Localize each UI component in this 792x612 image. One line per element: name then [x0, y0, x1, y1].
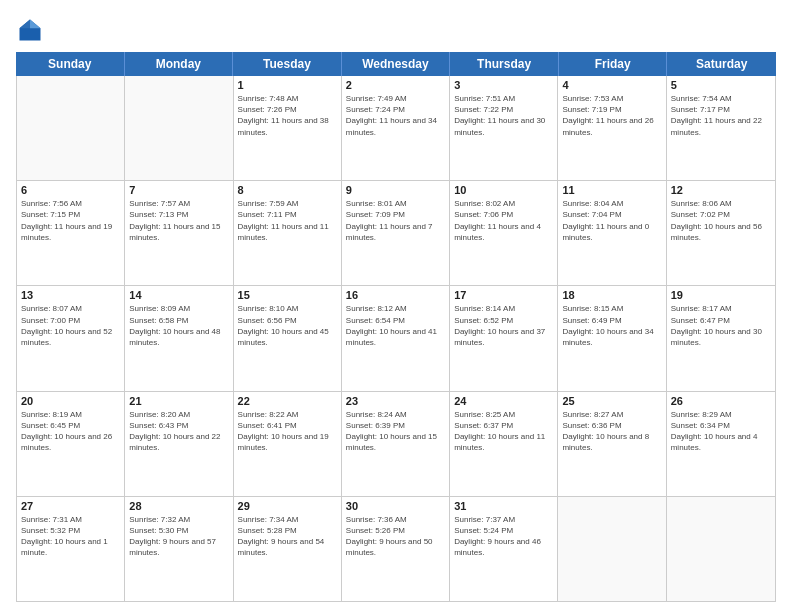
- day-number: 11: [562, 184, 661, 196]
- day-info: Sunrise: 7:51 AMSunset: 7:22 PMDaylight:…: [454, 93, 553, 138]
- day-info: Sunrise: 7:37 AMSunset: 5:24 PMDaylight:…: [454, 514, 553, 559]
- day-number: 21: [129, 395, 228, 407]
- calendar-week-5: 27Sunrise: 7:31 AMSunset: 5:32 PMDayligh…: [17, 497, 775, 601]
- day-info: Sunrise: 7:36 AMSunset: 5:26 PMDaylight:…: [346, 514, 445, 559]
- day-number: 14: [129, 289, 228, 301]
- day-info: Sunrise: 7:53 AMSunset: 7:19 PMDaylight:…: [562, 93, 661, 138]
- calendar-cell: 13Sunrise: 8:07 AMSunset: 7:00 PMDayligh…: [17, 286, 125, 390]
- calendar-week-2: 6Sunrise: 7:56 AMSunset: 7:15 PMDaylight…: [17, 181, 775, 286]
- header-day-tuesday: Tuesday: [233, 52, 342, 76]
- page: SundayMondayTuesdayWednesdayThursdayFrid…: [0, 0, 792, 612]
- day-info: Sunrise: 8:07 AMSunset: 7:00 PMDaylight:…: [21, 303, 120, 348]
- logo-icon: [16, 16, 44, 44]
- header-day-wednesday: Wednesday: [342, 52, 451, 76]
- calendar-cell: [558, 497, 666, 601]
- day-number: 27: [21, 500, 120, 512]
- day-number: 24: [454, 395, 553, 407]
- day-number: 2: [346, 79, 445, 91]
- day-info: Sunrise: 8:02 AMSunset: 7:06 PMDaylight:…: [454, 198, 553, 243]
- day-number: 23: [346, 395, 445, 407]
- calendar-cell: 19Sunrise: 8:17 AMSunset: 6:47 PMDayligh…: [667, 286, 775, 390]
- calendar-cell: 31Sunrise: 7:37 AMSunset: 5:24 PMDayligh…: [450, 497, 558, 601]
- day-info: Sunrise: 7:56 AMSunset: 7:15 PMDaylight:…: [21, 198, 120, 243]
- day-number: 22: [238, 395, 337, 407]
- day-number: 9: [346, 184, 445, 196]
- calendar-cell: 4Sunrise: 7:53 AMSunset: 7:19 PMDaylight…: [558, 76, 666, 180]
- header: [16, 16, 776, 44]
- calendar-cell: 30Sunrise: 7:36 AMSunset: 5:26 PMDayligh…: [342, 497, 450, 601]
- day-number: 25: [562, 395, 661, 407]
- calendar-cell: 22Sunrise: 8:22 AMSunset: 6:41 PMDayligh…: [234, 392, 342, 496]
- day-info: Sunrise: 7:32 AMSunset: 5:30 PMDaylight:…: [129, 514, 228, 559]
- calendar-cell: 1Sunrise: 7:48 AMSunset: 7:26 PMDaylight…: [234, 76, 342, 180]
- day-info: Sunrise: 8:24 AMSunset: 6:39 PMDaylight:…: [346, 409, 445, 454]
- calendar-cell: [125, 76, 233, 180]
- day-number: 29: [238, 500, 337, 512]
- day-number: 13: [21, 289, 120, 301]
- day-number: 20: [21, 395, 120, 407]
- calendar-cell: 27Sunrise: 7:31 AMSunset: 5:32 PMDayligh…: [17, 497, 125, 601]
- calendar-week-1: 1Sunrise: 7:48 AMSunset: 7:26 PMDaylight…: [17, 76, 775, 181]
- calendar-header-row: SundayMondayTuesdayWednesdayThursdayFrid…: [16, 52, 776, 76]
- calendar: SundayMondayTuesdayWednesdayThursdayFrid…: [16, 52, 776, 602]
- day-info: Sunrise: 8:12 AMSunset: 6:54 PMDaylight:…: [346, 303, 445, 348]
- day-number: 31: [454, 500, 553, 512]
- day-info: Sunrise: 8:29 AMSunset: 6:34 PMDaylight:…: [671, 409, 771, 454]
- day-number: 5: [671, 79, 771, 91]
- day-info: Sunrise: 7:49 AMSunset: 7:24 PMDaylight:…: [346, 93, 445, 138]
- calendar-cell: 20Sunrise: 8:19 AMSunset: 6:45 PMDayligh…: [17, 392, 125, 496]
- day-info: Sunrise: 8:27 AMSunset: 6:36 PMDaylight:…: [562, 409, 661, 454]
- calendar-week-4: 20Sunrise: 8:19 AMSunset: 6:45 PMDayligh…: [17, 392, 775, 497]
- calendar-cell: 24Sunrise: 8:25 AMSunset: 6:37 PMDayligh…: [450, 392, 558, 496]
- calendar-cell: 21Sunrise: 8:20 AMSunset: 6:43 PMDayligh…: [125, 392, 233, 496]
- day-number: 8: [238, 184, 337, 196]
- header-day-friday: Friday: [559, 52, 668, 76]
- calendar-cell: 3Sunrise: 7:51 AMSunset: 7:22 PMDaylight…: [450, 76, 558, 180]
- day-number: 16: [346, 289, 445, 301]
- day-info: Sunrise: 8:09 AMSunset: 6:58 PMDaylight:…: [129, 303, 228, 348]
- calendar-cell: 15Sunrise: 8:10 AMSunset: 6:56 PMDayligh…: [234, 286, 342, 390]
- day-info: Sunrise: 8:20 AMSunset: 6:43 PMDaylight:…: [129, 409, 228, 454]
- day-info: Sunrise: 8:14 AMSunset: 6:52 PMDaylight:…: [454, 303, 553, 348]
- calendar-cell: 6Sunrise: 7:56 AMSunset: 7:15 PMDaylight…: [17, 181, 125, 285]
- calendar-cell: 29Sunrise: 7:34 AMSunset: 5:28 PMDayligh…: [234, 497, 342, 601]
- calendar-cell: 25Sunrise: 8:27 AMSunset: 6:36 PMDayligh…: [558, 392, 666, 496]
- day-info: Sunrise: 8:25 AMSunset: 6:37 PMDaylight:…: [454, 409, 553, 454]
- header-day-sunday: Sunday: [16, 52, 125, 76]
- day-number: 6: [21, 184, 120, 196]
- calendar-cell: 5Sunrise: 7:54 AMSunset: 7:17 PMDaylight…: [667, 76, 775, 180]
- header-day-saturday: Saturday: [667, 52, 776, 76]
- calendar-cell: 26Sunrise: 8:29 AMSunset: 6:34 PMDayligh…: [667, 392, 775, 496]
- calendar-cell: 2Sunrise: 7:49 AMSunset: 7:24 PMDaylight…: [342, 76, 450, 180]
- day-info: Sunrise: 8:01 AMSunset: 7:09 PMDaylight:…: [346, 198, 445, 243]
- day-info: Sunrise: 8:19 AMSunset: 6:45 PMDaylight:…: [21, 409, 120, 454]
- day-info: Sunrise: 8:17 AMSunset: 6:47 PMDaylight:…: [671, 303, 771, 348]
- day-number: 7: [129, 184, 228, 196]
- day-number: 10: [454, 184, 553, 196]
- day-info: Sunrise: 8:10 AMSunset: 6:56 PMDaylight:…: [238, 303, 337, 348]
- calendar-cell: 10Sunrise: 8:02 AMSunset: 7:06 PMDayligh…: [450, 181, 558, 285]
- day-number: 30: [346, 500, 445, 512]
- header-day-monday: Monday: [125, 52, 234, 76]
- calendar-cell: 28Sunrise: 7:32 AMSunset: 5:30 PMDayligh…: [125, 497, 233, 601]
- calendar-cell: 9Sunrise: 8:01 AMSunset: 7:09 PMDaylight…: [342, 181, 450, 285]
- day-info: Sunrise: 7:54 AMSunset: 7:17 PMDaylight:…: [671, 93, 771, 138]
- calendar-week-3: 13Sunrise: 8:07 AMSunset: 7:00 PMDayligh…: [17, 286, 775, 391]
- day-info: Sunrise: 8:15 AMSunset: 6:49 PMDaylight:…: [562, 303, 661, 348]
- calendar-cell: 16Sunrise: 8:12 AMSunset: 6:54 PMDayligh…: [342, 286, 450, 390]
- calendar-cell: 12Sunrise: 8:06 AMSunset: 7:02 PMDayligh…: [667, 181, 775, 285]
- day-info: Sunrise: 8:06 AMSunset: 7:02 PMDaylight:…: [671, 198, 771, 243]
- calendar-cell: 14Sunrise: 8:09 AMSunset: 6:58 PMDayligh…: [125, 286, 233, 390]
- calendar-cell: 17Sunrise: 8:14 AMSunset: 6:52 PMDayligh…: [450, 286, 558, 390]
- calendar-body: 1Sunrise: 7:48 AMSunset: 7:26 PMDaylight…: [16, 76, 776, 602]
- logo: [16, 16, 48, 44]
- calendar-cell: 11Sunrise: 8:04 AMSunset: 7:04 PMDayligh…: [558, 181, 666, 285]
- svg-marker-1: [30, 20, 41, 29]
- calendar-cell: [17, 76, 125, 180]
- svg-marker-2: [20, 20, 31, 29]
- day-number: 17: [454, 289, 553, 301]
- calendar-cell: 8Sunrise: 7:59 AMSunset: 7:11 PMDaylight…: [234, 181, 342, 285]
- day-info: Sunrise: 8:22 AMSunset: 6:41 PMDaylight:…: [238, 409, 337, 454]
- header-day-thursday: Thursday: [450, 52, 559, 76]
- day-info: Sunrise: 7:48 AMSunset: 7:26 PMDaylight:…: [238, 93, 337, 138]
